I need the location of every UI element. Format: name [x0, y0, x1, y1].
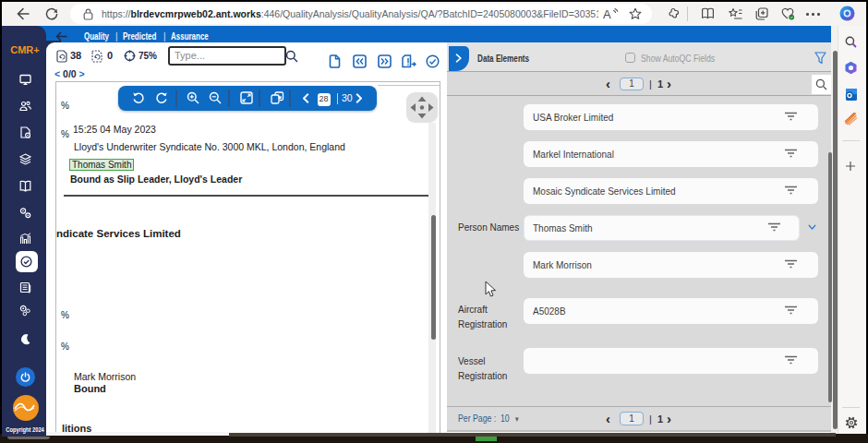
svg-text:A: A: [603, 7, 611, 20]
